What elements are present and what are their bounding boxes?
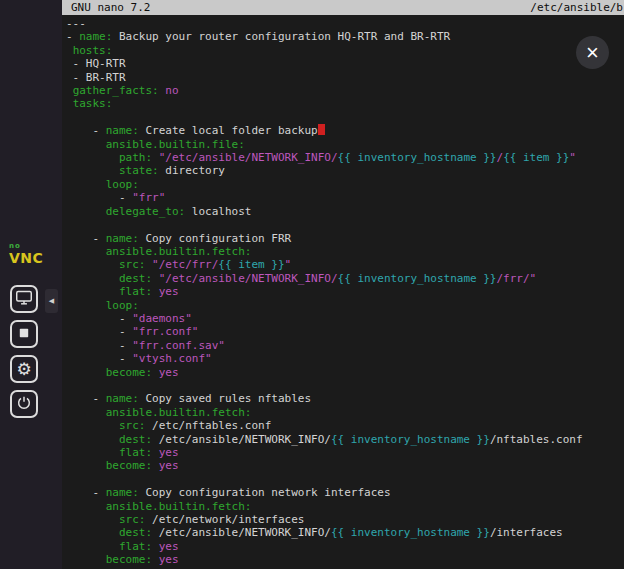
code-token: loop: (106, 178, 139, 191)
code-token: - (66, 339, 132, 352)
code-token: - (66, 486, 106, 499)
code-token: - (66, 30, 79, 43)
code-token (152, 366, 159, 379)
code-token: - (66, 312, 132, 325)
code-token: /etc/ansible/NETWORK_INFO/ (152, 526, 331, 539)
code-token (66, 84, 73, 97)
vnc-control-bar: no VNC ⚙ (0, 0, 62, 569)
control-bar-buttons: ⚙ (10, 285, 38, 418)
editor-line: - "vtysh.conf" (66, 352, 624, 365)
code-token: {{ inventory_hostname }} (331, 433, 490, 446)
code-token: /interfaces (490, 526, 563, 539)
fullscreen-button[interactable] (10, 320, 38, 348)
novnc-logo-main: VNC (9, 251, 43, 265)
editor-line: - name: Copy configuration FRR (66, 232, 624, 245)
nano-titlebar: GNU nano 7.2 /etc/ansible/b (62, 0, 624, 15)
settings-button[interactable]: ⚙ (10, 355, 38, 383)
power-icon (16, 395, 32, 414)
code-token: - (66, 392, 106, 405)
editor-line: ansible.builtin.fetch: (66, 245, 624, 258)
code-token: name: (106, 232, 139, 245)
editor-line: src: /etc/network/interfaces (66, 513, 624, 526)
code-token: " (285, 258, 292, 271)
code-token: " (569, 151, 576, 164)
code-token: flat: (119, 540, 152, 553)
code-token: delegate_to: (106, 205, 185, 218)
code-token: - (66, 124, 106, 137)
code-token (66, 97, 73, 110)
code-token (152, 272, 159, 285)
code-token: yes (159, 446, 179, 459)
code-token: yes (159, 366, 179, 379)
code-token: src: (119, 513, 146, 526)
code-token: directory (159, 164, 225, 177)
editor-line: ansible.builtin.fetch: (66, 406, 624, 419)
code-token: "/etc/ansible/NETWORK_INFO/ (159, 272, 338, 285)
editor-line: delegate_to: localhost (66, 205, 624, 218)
code-token (66, 526, 119, 539)
code-token: "daemons" (132, 312, 192, 325)
code-token: tasks: (73, 97, 113, 110)
code-token: loop: (106, 299, 139, 312)
code-token: yes (159, 285, 179, 298)
code-token (66, 500, 106, 513)
code-token: /nftables.conf (490, 433, 583, 446)
code-token (66, 44, 73, 57)
editor-line: dest: /etc/ansible/NETWORK_INFO/{{ inven… (66, 526, 624, 539)
code-token (66, 245, 106, 258)
code-token: localhost (185, 205, 251, 218)
gear-icon: ⚙ (16, 361, 31, 378)
code-token (66, 553, 106, 566)
code-token (152, 553, 159, 566)
code-token: Copy saved rules nftables (139, 392, 311, 405)
power-button[interactable] (10, 390, 38, 418)
code-token: --- (66, 17, 86, 30)
code-token: "vtysh.conf" (132, 352, 211, 365)
editor-line (66, 111, 624, 124)
code-token: flat: (119, 446, 152, 459)
fullscreen-icon (17, 326, 31, 343)
code-token (66, 205, 106, 218)
editor-line: become: yes (66, 366, 624, 379)
control-bar-handle[interactable]: ◀ (45, 289, 58, 313)
editor-line: - HQ-RTR (66, 57, 624, 70)
editor-line: src: "/etc/frr/{{ item }}" (66, 258, 624, 271)
code-token (66, 446, 119, 459)
chevron-left-icon: ◀ (49, 297, 54, 305)
editor-line: - "frr.conf" (66, 325, 624, 338)
code-token: - (66, 352, 132, 365)
code-token (152, 151, 159, 164)
editor-line: ansible.builtin.fetch: (66, 500, 624, 513)
editor-line (66, 473, 624, 486)
code-token: "/etc/frr/ (152, 258, 218, 271)
code-token: /etc/nftables.conf (145, 419, 271, 432)
text-cursor (318, 124, 325, 135)
editor-line: dest: /etc/ansible/NETWORK_INFO/{{ inven… (66, 433, 624, 446)
code-token: gather_facts: (73, 84, 159, 97)
code-token: ansible.builtin.fetch: (106, 500, 252, 513)
editor-line: dest: "/etc/ansible/NETWORK_INFO/{{ inve… (66, 272, 624, 285)
code-token (152, 446, 159, 459)
code-token (66, 258, 119, 271)
code-token: ansible.builtin.fetch: (106, 245, 252, 258)
code-token: - HQ-RTR (66, 57, 126, 70)
code-token (66, 299, 106, 312)
editor-line: loop: (66, 178, 624, 191)
editor-line (66, 218, 624, 231)
editor-line: - name: Copy configuration network inter… (66, 486, 624, 499)
code-token: state: (119, 164, 159, 177)
terminal[interactable]: GNU nano 7.2 /etc/ansible/b ---- name: B… (62, 0, 624, 569)
code-token (66, 419, 119, 432)
code-token (152, 540, 159, 553)
close-button[interactable]: × (576, 36, 609, 69)
code-token: dest: (119, 526, 152, 539)
extra-keys-button[interactable] (10, 285, 38, 313)
code-token (66, 406, 106, 419)
nano-filepath: /etc/ansible/b (530, 0, 623, 15)
code-token: {{ item }} (503, 151, 569, 164)
editor-line: gather_facts: no (66, 84, 624, 97)
code-token: dest: (119, 272, 152, 285)
code-token: ansible.builtin.fetch: (106, 406, 252, 419)
code-token: /etc/network/interfaces (145, 513, 304, 526)
code-token (66, 285, 119, 298)
